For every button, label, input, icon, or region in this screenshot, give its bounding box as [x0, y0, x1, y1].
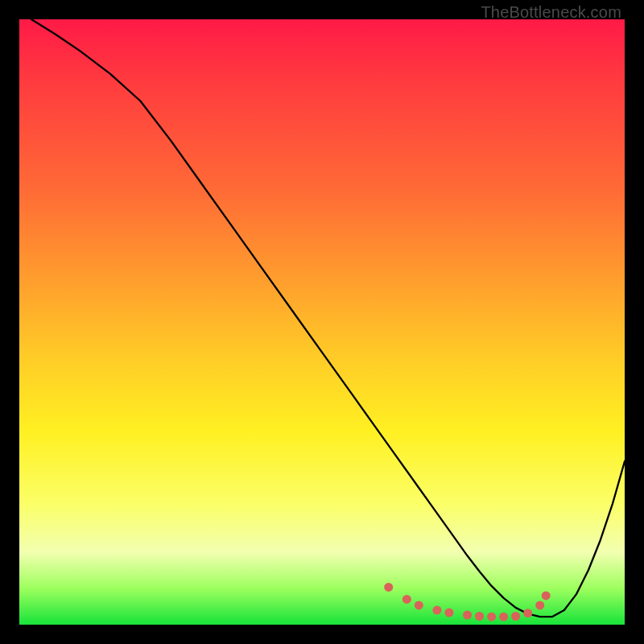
svg-point-11 — [535, 601, 544, 609]
svg-point-8 — [499, 613, 508, 621]
svg-point-4 — [444, 609, 453, 617]
svg-point-6 — [475, 612, 484, 621]
svg-point-12 — [542, 591, 551, 600]
svg-point-3 — [432, 606, 441, 615]
plot-area — [19, 19, 625, 625]
svg-point-10 — [523, 609, 532, 617]
svg-point-9 — [511, 612, 520, 621]
svg-point-2 — [415, 601, 423, 609]
svg-point-5 — [463, 611, 472, 620]
curve-line — [31, 19, 625, 617]
svg-point-7 — [487, 613, 496, 621]
curve-markers — [384, 583, 551, 621]
chart-svg — [19, 19, 625, 625]
svg-point-1 — [402, 595, 411, 604]
chart-frame: TheBottleneck.com — [0, 0, 644, 644]
svg-point-0 — [384, 583, 393, 592]
